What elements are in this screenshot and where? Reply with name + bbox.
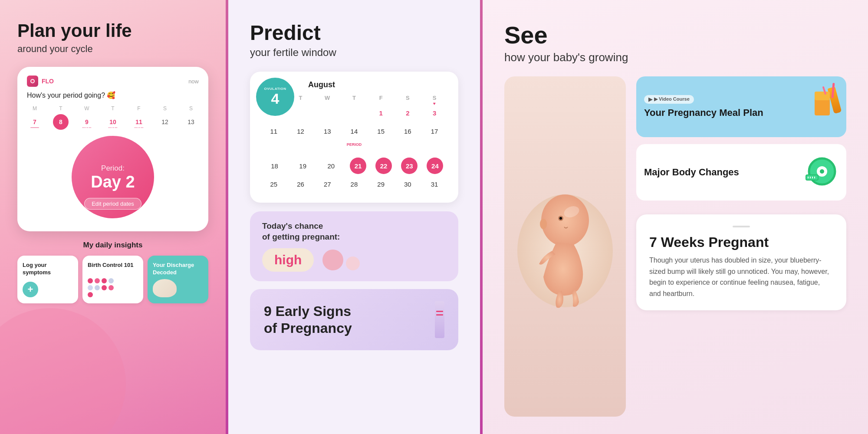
fch-s2: S [425, 95, 444, 101]
cal-d31[interactable]: 31 [425, 176, 444, 192]
cal-d20[interactable]: 20 [322, 158, 341, 174]
cal-day-10[interactable]: 10 [105, 114, 121, 130]
phone-mockup-card: FLO now How's your period going? 🥰 M T W… [17, 67, 208, 231]
mini-calendar: M T W T F S S 7 8 9 10 11 12 13 [27, 105, 199, 130]
notif-message-text: How's your period going? 🥰 [27, 91, 199, 99]
cal-d11[interactable]: 11 [264, 123, 283, 139]
panel1-title: Plan your life [17, 21, 208, 41]
calendar-month: August [304, 80, 448, 89]
fetus-image-container [504, 76, 626, 417]
insight-card-symptoms[interactable]: Log your symptoms + [17, 256, 78, 303]
cal-header-m: M [27, 105, 43, 112]
cal-d24[interactable]: 24 [427, 158, 443, 174]
cal-d21[interactable]: 21 [350, 158, 366, 174]
test-strip [435, 301, 444, 338]
cal-d28[interactable]: 28 [345, 176, 364, 192]
edit-period-button[interactable]: Edit period dates [84, 198, 141, 210]
pregnancy-chance-card: Today's chanceof getting pregnant: high [250, 211, 458, 281]
svg-point-6 [540, 219, 547, 229]
fch-f: F [372, 95, 391, 101]
cal-day-7[interactable]: 7 [27, 114, 43, 130]
cal-blank-3 [318, 105, 337, 121]
ovulation-day: 4 [271, 91, 279, 107]
cal-d26[interactable]: 26 [291, 176, 310, 192]
panel-see: See how your baby's growing [483, 0, 868, 434]
signs-card-content: 9 Early Signsof Pregnancy [264, 303, 424, 336]
cal-row-2: 11 12 13 14 15 16 17 [260, 123, 448, 139]
period-day-label: Day 2 [91, 174, 135, 190]
mini-cal-row: 7 8 9 10 11 12 13 [27, 114, 199, 130]
insights-cards: Log your symptoms + Birth Control 101 [17, 256, 208, 303]
fertility-calendar: OVULATION 4 August M T W T F S S 1 2 3 1 [250, 72, 458, 203]
svg-point-3 [541, 194, 589, 247]
ball-big [322, 250, 343, 270]
insight-discharge-text: Your Discharge Decoded [153, 262, 203, 276]
body-changes-text-container: Major Body Changes [644, 167, 798, 178]
svg-point-13 [820, 169, 824, 174]
insight-card-birth-control[interactable]: Birth Control 101 [82, 256, 143, 303]
video-card-title: Your Pregnancy Meal Plan [644, 107, 800, 118]
cal-row-period-label: PERIOD [260, 141, 448, 158]
plus-icon: + [23, 282, 38, 297]
ball-small [346, 256, 360, 270]
cal-day-3[interactable]: 3 [425, 105, 444, 121]
period-small-label: PERIOD [345, 141, 364, 148]
cal-d13[interactable]: 13 [318, 123, 337, 139]
cal-d30[interactable]: 30 [398, 176, 417, 192]
insights-section: My daily insights Log your symptoms + Bi… [17, 241, 208, 303]
insight-card-discharge[interactable]: Your Discharge Decoded [148, 256, 208, 303]
body-changes-title: Major Body Changes [644, 167, 798, 178]
fch-w: W [318, 95, 337, 101]
cal-d12[interactable]: 12 [291, 123, 310, 139]
cal-d27[interactable]: 27 [318, 176, 337, 192]
juice-image [806, 85, 838, 128]
cal-day-11[interactable]: 11 [131, 114, 147, 130]
notif-left: FLO [27, 76, 54, 87]
juice-svg [806, 85, 838, 128]
cal-day-8[interactable]: 8 [53, 114, 69, 130]
cal-d17[interactable]: 17 [425, 123, 444, 139]
pregnancy-week-title: 7 Weeks Pregnant [649, 234, 833, 250]
cal-d15[interactable]: 15 [372, 123, 391, 139]
svg-point-1 [31, 80, 34, 82]
pregnancy-week-text: Though your uterus has doubled in size, … [649, 255, 833, 299]
svg-rect-9 [815, 92, 830, 100]
svg-point-5 [559, 217, 562, 220]
cal-header-t2: T [105, 105, 121, 112]
drag-handle [733, 226, 750, 227]
fch-t2: T [345, 95, 364, 101]
cal-day-12[interactable]: 12 [157, 114, 173, 130]
chance-balls [322, 250, 360, 270]
cal-day-2[interactable]: 2 [398, 105, 417, 121]
cal-day-1[interactable]: 1 [372, 105, 391, 121]
cal-header-t1: T [53, 105, 69, 112]
panel3-subtitle: how your baby's growing [504, 51, 846, 64]
insight-birth-control-text: Birth Control 101 [88, 262, 138, 269]
video-course-card[interactable]: ▶ ▶ Video Course Your Pregnancy Meal Pla… [636, 76, 846, 137]
cal-header-s2: S [183, 105, 199, 112]
ovulation-chip: OVULATION 4 [256, 78, 294, 116]
cal-day-13[interactable]: 13 [183, 114, 199, 130]
right-content-cards: ▶ ▶ Video Course Your Pregnancy Meal Pla… [636, 76, 846, 417]
cal-blank-2 [291, 105, 310, 121]
cal-d22[interactable]: 22 [375, 158, 392, 174]
cal-d29[interactable]: 29 [372, 176, 391, 192]
flo-app-icon [27, 76, 38, 87]
panel1-subtitle: around your cycle [17, 43, 208, 55]
test-strip-container [435, 301, 444, 338]
cal-blank-4 [345, 105, 364, 121]
cal-d16[interactable]: 16 [398, 123, 417, 139]
fetus-illustration [504, 76, 626, 417]
cal-d25[interactable]: 25 [264, 176, 283, 192]
cal-d19[interactable]: 19 [293, 158, 312, 174]
cal-day-9[interactable]: 9 [79, 114, 95, 130]
tape-svg [804, 155, 838, 190]
body-changes-card[interactable]: Major Body Changes [636, 144, 846, 201]
cal-d14[interactable]: 14 [345, 123, 364, 139]
cal-d23[interactable]: 23 [401, 158, 418, 174]
play-icon: ▶ [648, 96, 652, 102]
video-badge: ▶ ▶ Video Course [644, 95, 694, 104]
cal-d18[interactable]: 18 [265, 158, 284, 174]
early-signs-card[interactable]: 9 Early Signsof Pregnancy [250, 289, 458, 350]
video-card-text-container: ▶ ▶ Video Course Your Pregnancy Meal Pla… [644, 95, 800, 118]
